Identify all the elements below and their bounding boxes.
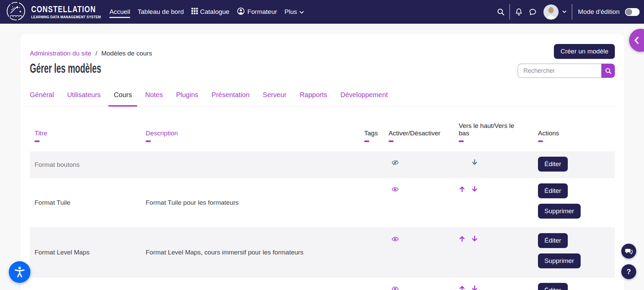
edit-mode-label: Mode d'édition (578, 8, 620, 16)
row-tags (364, 277, 389, 290)
tab-developpement[interactable]: Développement (335, 91, 393, 106)
nav-link-tableau-de-bord[interactable]: Tableau de bord (134, 0, 187, 24)
row-visibility (389, 185, 459, 195)
navbar-right: Mode d'édition (496, 4, 640, 20)
table-row: Format boutons Éditer (30, 152, 615, 178)
chevron-left-icon (634, 37, 639, 44)
move-up-icon[interactable] (459, 185, 465, 193)
eye-icon[interactable] (391, 235, 399, 243)
row-actions: Éditer (538, 283, 615, 290)
page-actions: Créer un modèle (518, 44, 615, 78)
avatar[interactable] (543, 4, 559, 20)
edit-button[interactable]: Éditer (538, 233, 568, 248)
row-visibility (389, 235, 459, 244)
nav-link-accueil[interactable]: Accueil (106, 0, 134, 24)
hide-column-dash-icon[interactable] (146, 140, 151, 142)
row-tags (364, 178, 389, 227)
move-down-icon[interactable] (471, 159, 478, 166)
hide-column-dash-icon[interactable] (35, 140, 40, 142)
brand-logo[interactable]: CONSTELLATION LEARNING DATA MANAGEMENT S… (6, 1, 96, 22)
tab-plugins[interactable]: Plugins (171, 91, 204, 106)
nav-link-catalogue[interactable]: Catalogue (188, 0, 233, 24)
move-down-icon[interactable] (471, 185, 478, 193)
row-title: Format boutons (30, 161, 146, 169)
open-drawer-button[interactable] (629, 29, 644, 52)
brand-title: CONSTELLATION (31, 5, 83, 14)
chevron-down-icon (299, 8, 304, 16)
nav-links: Accueil Tableau de bord Catalogue Format… (106, 0, 308, 24)
edit-button[interactable]: Éditer (538, 157, 568, 172)
move-down-icon[interactable] (471, 285, 478, 290)
notifications-bell-icon[interactable] (514, 7, 523, 16)
breadcrumb-link-admin[interactable]: Administration du site (30, 50, 91, 57)
hide-column-dash-icon[interactable] (389, 140, 394, 142)
user-menu-chevron-icon[interactable] (561, 7, 567, 16)
move-up-icon[interactable] (459, 285, 465, 290)
accessibility-icon (13, 266, 26, 278)
tab-utilisateurs[interactable]: Utilisateurs (62, 91, 106, 106)
eye-slash-icon[interactable] (391, 159, 399, 166)
row-visibility (389, 285, 459, 290)
row-title: Format Tuile (30, 199, 146, 206)
sort-titre-link[interactable]: Titre (35, 130, 146, 137)
tab-rapports[interactable]: Rapports (294, 91, 333, 106)
column-header-vers: Vers le haut/Vers le bas (459, 122, 520, 142)
table-header: Titre Description Tags Activer/Désactive… (30, 107, 615, 152)
hide-column-dash-icon[interactable] (459, 140, 464, 142)
divider (510, 4, 510, 20)
table-row: Format Level Maps Format Level Maps, cou… (30, 227, 615, 277)
column-header-description: Description (146, 130, 364, 142)
table-row: Format Tuile Format Tuile pour les forma… (30, 178, 615, 227)
tab-notes[interactable]: Notes (140, 91, 168, 106)
search-box (518, 64, 615, 78)
table-row: Éditer (30, 277, 615, 290)
grid-icon (191, 8, 198, 16)
question-mark-icon: ? (626, 267, 631, 276)
toggle-knob (626, 9, 632, 15)
chat-bubbles-icon (625, 247, 633, 255)
delete-button[interactable]: Supprimer (538, 204, 581, 219)
column-header-actions: Actions (538, 130, 615, 142)
nav-link-plus[interactable]: Plus (281, 0, 308, 24)
eye-icon[interactable] (391, 285, 399, 290)
user-circle-icon (237, 7, 245, 17)
search-input[interactable] (518, 64, 601, 78)
sort-description-link[interactable]: Description (146, 130, 364, 137)
tab-general[interactable]: Général (24, 91, 59, 106)
help-button[interactable]: ? (621, 264, 636, 279)
hide-column-dash-icon[interactable] (364, 140, 369, 142)
messages-chat-icon[interactable] (528, 7, 537, 16)
accessibility-button[interactable] (9, 261, 30, 283)
eye-icon[interactable] (391, 185, 399, 193)
row-move (459, 285, 538, 290)
move-up-icon[interactable] (459, 235, 465, 242)
tab-cours[interactable]: Cours (108, 91, 137, 106)
breadcrumb-current: Modèles de cours (101, 50, 152, 57)
edit-button[interactable]: Éditer (538, 183, 568, 198)
row-tags (364, 228, 389, 277)
edit-mode-toggle[interactable] (625, 8, 640, 16)
hide-column-dash-icon[interactable] (538, 140, 543, 142)
row-move (459, 235, 538, 242)
settings-tabs: Général Utilisateurs Cours Notes Plugins… (24, 91, 615, 107)
create-template-button[interactable]: Créer un modèle (554, 44, 615, 59)
edit-button[interactable]: Éditer (538, 283, 568, 290)
row-description: Format Level Maps, cours immersif pour l… (146, 249, 364, 256)
tab-serveur[interactable]: Serveur (257, 91, 292, 106)
column-header-titre: Titre (30, 130, 146, 142)
brand-subtitle: LEARNING DATA MANAGEMENT SYSTEM (31, 15, 93, 19)
row-move (459, 185, 538, 193)
breadcrumb-separator: / (96, 50, 97, 57)
delete-button[interactable]: Supprimer (538, 253, 581, 268)
tab-presentation[interactable]: Présentation (206, 91, 255, 106)
nav-link-formateur[interactable]: Formateur (233, 0, 281, 24)
row-move (459, 159, 538, 166)
row-visibility (389, 159, 459, 168)
support-chat-button[interactable] (621, 244, 636, 259)
row-title: Format Level Maps (30, 249, 146, 256)
search-icon[interactable] (496, 7, 505, 16)
row-actions: Éditer (538, 157, 615, 172)
move-down-icon[interactable] (471, 235, 478, 242)
row-description: Format Tuile pour les formateurs (146, 199, 364, 206)
search-submit-button[interactable] (601, 64, 615, 78)
